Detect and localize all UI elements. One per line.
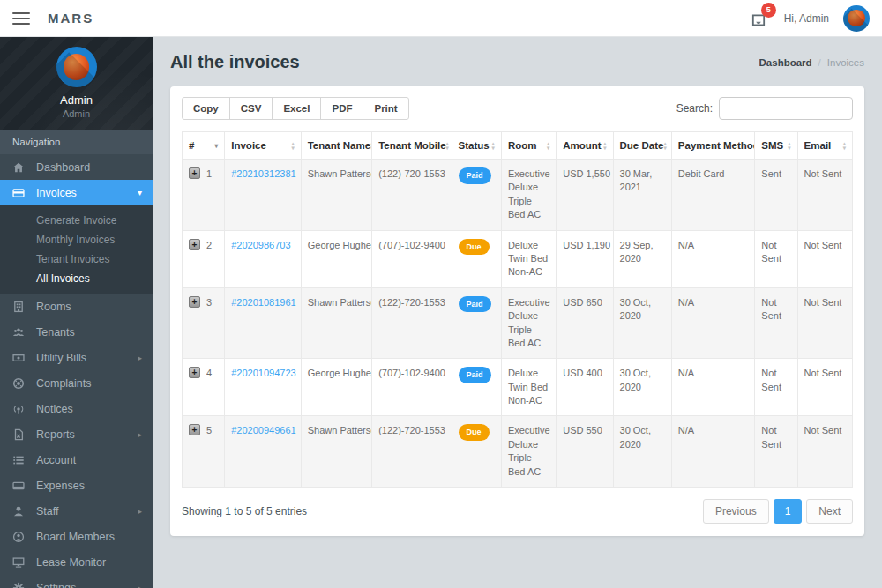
sidebar-item-complaints[interactable]: Complaints [0,370,153,396]
invoices-table: #▾ Invoice▴▾ Tenant Name▴▾ Tenant Mobile… [182,131,853,488]
user-circle-icon [12,530,26,543]
notification-count-badge: 5 [761,3,776,18]
breadcrumb-separator: / [818,57,821,68]
sidebar-item-tenants[interactable]: Tenants [0,319,153,345]
list-icon [12,453,26,466]
sidebar: Admin Admin Navigation Dashboard Invoice… [0,37,153,588]
chevron-right-icon: ▸ [138,354,142,362]
invoice-link[interactable]: #20200949661 [231,425,295,435]
wallet-icon [12,479,26,492]
sidebar-item-reports[interactable]: Reports ▸ [0,421,153,447]
search-input[interactable] [719,97,853,120]
sidebar-item-settings[interactable]: Settings ▸ [0,575,153,588]
col-header-tenant-mobile[interactable]: Tenant Mobile▴▾ [372,132,452,160]
invoice-icon [12,186,26,199]
invoices-submenu: Generate Invoice Monthly Invoices Tenant… [0,205,153,294]
col-header-amount[interactable]: Amount▴▾ [557,132,613,160]
invoice-link[interactable]: #20201081961 [231,297,295,308]
main-content: All the invoices Dashboard / Invoices Co… [153,37,882,588]
sort-icon: ▴▾ [788,141,790,150]
sort-icon: ▴▾ [492,141,495,150]
col-header-email[interactable]: Email▴▾ [797,132,852,160]
sidebar-item-dashboard[interactable]: Dashboard [0,154,153,180]
users-icon [12,325,26,339]
col-header-payment-method[interactable]: Payment Method▴▾ [671,132,754,160]
greeting-text: Hi, Admin [784,12,829,25]
expand-row-button[interactable]: + [189,424,200,435]
breadcrumb-invoices: Invoices [827,57,864,68]
sort-icon: ▴▾ [603,141,606,150]
sidebar-item-invoices[interactable]: Invoices ▾ [0,180,153,205]
invoice-link[interactable]: #20201094723 [231,368,295,378]
status-badge: Due [459,239,490,256]
col-header-sms[interactable]: SMS▴▾ [755,132,797,160]
chevron-down-icon: ▾ [138,188,142,197]
sidebar-item-board-members[interactable]: Board Members [0,524,153,549]
home-icon [12,160,26,174]
life-ring-icon [12,376,26,390]
sidebar-item-tenant-invoices[interactable]: Tenant Invoices [0,249,153,269]
copy-button[interactable]: Copy [182,97,230,120]
previous-page-button[interactable]: Previous [703,499,769,524]
topbar-right: 5 Hi, Admin [751,5,882,32]
sort-icon: ▴▾ [446,141,449,150]
sidebar-item-lease-monitor[interactable]: Lease Monitor [0,549,153,575]
table-row: +2 #2020986703 George Hughes (707)-102-9… [183,230,853,287]
invoice-link[interactable]: #20210312381 [231,168,295,179]
col-header-tenant-name[interactable]: Tenant Name▴▾ [301,132,371,160]
expand-row-button[interactable]: + [189,167,200,179]
topbar: MARS 5 Hi, Admin [0,0,882,37]
status-badge: Paid [459,167,491,184]
print-button[interactable]: Print [363,97,408,120]
pdf-button[interactable]: PDF [320,97,363,120]
col-header-due-date[interactable]: Due Date▴▾ [613,132,671,160]
excel-button[interactable]: Excel [272,97,321,120]
bill-icon [12,351,26,364]
sidebar-item-expenses[interactable]: Expenses [0,473,153,498]
expand-row-button[interactable]: + [189,367,200,378]
profile-avatar [56,47,97,87]
sidebar-item-notices[interactable]: Notices [0,396,153,421]
sort-icon: ▴▾ [547,141,549,150]
chevron-right-icon: ▸ [138,430,142,439]
sidebar-item-all-invoices[interactable]: All Invoices [0,269,153,288]
status-badge: Paid [459,296,491,313]
sidebar-item-rooms[interactable]: Rooms [0,294,153,319]
col-header-num[interactable]: #▾ [183,132,225,160]
sidebar-item-generate-invoice[interactable]: Generate Invoice [0,211,153,230]
breadcrumb-dashboard[interactable]: Dashboard [759,57,812,68]
sidebar-item-utility-bills[interactable]: Utility Bills ▸ [0,345,153,370]
profile-name: Admin [0,93,153,107]
col-header-invoice[interactable]: Invoice▴▾ [225,132,301,160]
col-header-room[interactable]: Room▴▾ [501,132,556,160]
user-icon [12,504,26,517]
table-row: +4 #20201094723 George Hughes (707)-102-… [183,359,853,416]
menu-toggle-icon[interactable] [12,9,30,28]
export-button-group: Copy CSV Excel PDF Print [182,97,409,120]
chevron-right-icon: ▸ [138,507,142,516]
sort-icon: ▴▾ [663,141,666,150]
entries-summary: Showing 1 to 5 of 5 entries [182,505,307,517]
breadcrumb: Dashboard / Invoices [759,57,864,68]
page-1-button[interactable]: 1 [774,499,803,524]
next-page-button[interactable]: Next [806,499,853,524]
invoices-card: Copy CSV Excel PDF Print Search: #▾ Invo… [170,86,864,536]
expand-row-button[interactable]: + [189,296,200,308]
expand-row-button[interactable]: + [189,239,200,250]
col-header-status[interactable]: Status▴▾ [452,132,501,160]
sidebar-item-account[interactable]: Account [0,447,153,473]
csv-button[interactable]: CSV [229,97,273,120]
table-row: +1 #20210312381 Shawn Patterson (122)-72… [183,160,853,231]
pagination: Previous 1 Next [703,499,853,524]
nav-section-header: Navigation [0,130,153,154]
status-badge: Paid [459,367,491,383]
inbox-icon [751,16,766,31]
brand-logo: MARS [48,11,93,26]
avatar[interactable] [843,5,870,32]
invoice-link[interactable]: #2020986703 [231,240,290,250]
monitor-icon [12,555,26,569]
page-title: All the invoices [170,52,300,72]
sidebar-item-monthly-invoices[interactable]: Monthly Invoices [0,230,153,249]
notifications-button[interactable]: 5 [751,9,770,28]
sidebar-item-staff[interactable]: Staff ▸ [0,498,153,524]
